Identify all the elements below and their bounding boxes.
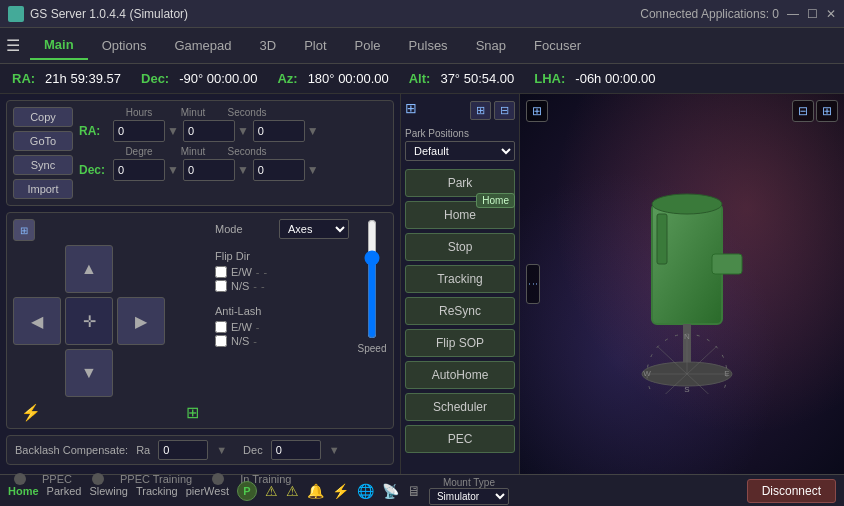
flip-ew-checkbox[interactable] [215,266,227,278]
mount-type-select[interactable]: Simulator [429,488,509,505]
ra-backlash-input[interactable] [158,440,208,460]
in-training-dot [212,473,224,485]
telescope-expand-tl[interactable]: ⊞ [526,100,548,122]
mount-type-section: Mount Type Simulator [429,477,509,505]
tab-3d[interactable]: 3D [246,32,291,59]
anti-ns-checkbox[interactable] [215,335,227,347]
stop-button[interactable]: Stop [405,233,515,261]
ra-seconds-input[interactable] [253,120,305,142]
joystick-area: ⊞ ▲ ◀ ✛ ▶ ▼ ⚡ ⊞ [13,219,207,422]
tab-snap[interactable]: Snap [462,32,520,59]
tab-main[interactable]: Main [30,31,88,60]
flip-ew-label: E/W [231,266,252,278]
ra-minutes-arrow[interactable]: ▼ [237,124,249,138]
ra-minutes-input[interactable] [183,120,235,142]
expand-btn2[interactable]: ⊟ [494,101,515,120]
disconnect-button[interactable]: Disconnect [747,479,836,503]
telescope-minimize[interactable]: ⊟ [792,100,814,122]
tab-gamepad[interactable]: Gamepad [160,32,245,59]
svg-text:W: W [643,369,651,378]
mode-select[interactable]: Axes [279,219,349,239]
ra-hours-arrow[interactable]: ▼ [167,124,179,138]
dec-seconds-input[interactable] [253,159,305,181]
speed-slider[interactable] [362,219,382,339]
main-content: Copy GoTo Sync Import Hours Minut Second… [0,94,844,474]
ra-hours-group: ▼ [113,120,179,142]
joy-up-button[interactable]: ▲ [65,245,113,293]
dec-seconds-header: Seconds [221,146,273,157]
sync-button[interactable]: Sync [13,155,73,175]
import-button[interactable]: Import [13,179,73,199]
goto-button[interactable]: GoTo [13,131,73,151]
joy-empty-tr [117,245,165,293]
anti-ew-checkbox[interactable] [215,321,227,333]
maximize-icon[interactable]: ☐ [807,7,818,21]
tab-pulses[interactable]: Pulses [395,32,462,59]
tab-plot[interactable]: Plot [290,32,340,59]
joy-left-button[interactable]: ◀ [13,297,61,345]
dots-menu[interactable]: ⋮ [526,264,540,304]
speed-label: Speed [358,343,387,354]
scheduler-button[interactable]: Scheduler [405,393,515,421]
status-usb-icon: ⚡ [332,483,349,499]
minimize-icon[interactable]: — [787,7,799,21]
status-bell-icon: 🔔 [307,483,324,499]
resync-button[interactable]: ReSync [405,297,515,325]
tracking-button[interactable]: Tracking [405,265,515,293]
joy-grid: ▲ ◀ ✛ ▶ ▼ [13,245,207,397]
dec-label: Dec: [141,71,169,86]
dec-value: -90° 00:00.00 [179,71,257,86]
flip-dir-checks: E/W - - N/S - - [215,266,349,292]
degrees-header: Degre [113,146,165,157]
dec-minutes-input[interactable] [183,159,235,181]
tab-focuser[interactable]: Focuser [520,32,595,59]
tab-options[interactable]: Options [88,32,161,59]
tab-pole[interactable]: Pole [341,32,395,59]
lha-label: LHA: [534,71,565,86]
dec-backlash-input[interactable] [271,440,321,460]
joy-grid-icon[interactable]: ⊞ [186,403,199,422]
dec-backlash-label: Dec [243,444,263,456]
joy-bottom-icons: ⚡ ⊞ [13,403,207,422]
dec-seconds-arrow[interactable]: ▼ [307,163,319,177]
az-label: Az: [277,71,297,86]
flip-dir-label: Flip Dir [215,250,250,262]
flip-sop-button[interactable]: Flip SOP [405,329,515,357]
col-headers: Hours Minut Seconds [79,107,387,118]
joy-right-button[interactable]: ▶ [117,297,165,345]
telescope-expand-tr[interactable]: ⊞ [816,100,838,122]
expand-btn1[interactable]: ⊞ [470,101,491,120]
autohome-button[interactable]: AutoHome [405,361,515,389]
ra-row-label: RA: [79,124,109,138]
expand-icon-middle[interactable]: ⊞ [405,100,417,116]
ra-minutes-group: ▼ [183,120,249,142]
joy-usb-icon[interactable]: ⚡ [21,403,41,422]
status-error-icon: ⚠ [286,483,299,499]
flip-ns-dash2: - [261,280,265,292]
ra-backlash-arrow[interactable]: ▼ [216,444,227,456]
status-pierwest: pierWest [186,485,229,497]
ra-seconds-arrow[interactable]: ▼ [307,124,319,138]
copy-button[interactable]: Copy [13,107,73,127]
joy-empty-br [117,349,165,397]
joystick-expand-icon[interactable]: ⊞ [13,219,35,241]
park-positions-group: Park Positions Default [405,128,515,161]
ra-seconds-group: ▼ [253,120,319,142]
seconds-header: Seconds [221,107,273,118]
svg-point-1 [652,194,722,214]
dec-degrees-input[interactable] [113,159,165,181]
joy-center-button[interactable]: ✛ [65,297,113,345]
close-icon[interactable]: ✕ [826,7,836,21]
ra-hours-input[interactable] [113,120,165,142]
dec-minutes-arrow[interactable]: ▼ [237,163,249,177]
dec-backlash-arrow[interactable]: ▼ [329,444,340,456]
flip-ns-checkbox[interactable] [215,280,227,292]
dec-degrees-arrow[interactable]: ▼ [167,163,179,177]
menu-icon[interactable]: ☰ [6,36,20,55]
pec-button[interactable]: PEC [405,425,515,453]
joy-down-button[interactable]: ▼ [65,349,113,397]
flip-ew-dash: - [256,266,260,278]
input-section: Copy GoTo Sync Import Hours Minut Second… [6,100,394,206]
park-positions-select[interactable]: Default [405,141,515,161]
joy-grid-wrap: ▲ ◀ ✛ ▶ ▼ [13,245,207,397]
